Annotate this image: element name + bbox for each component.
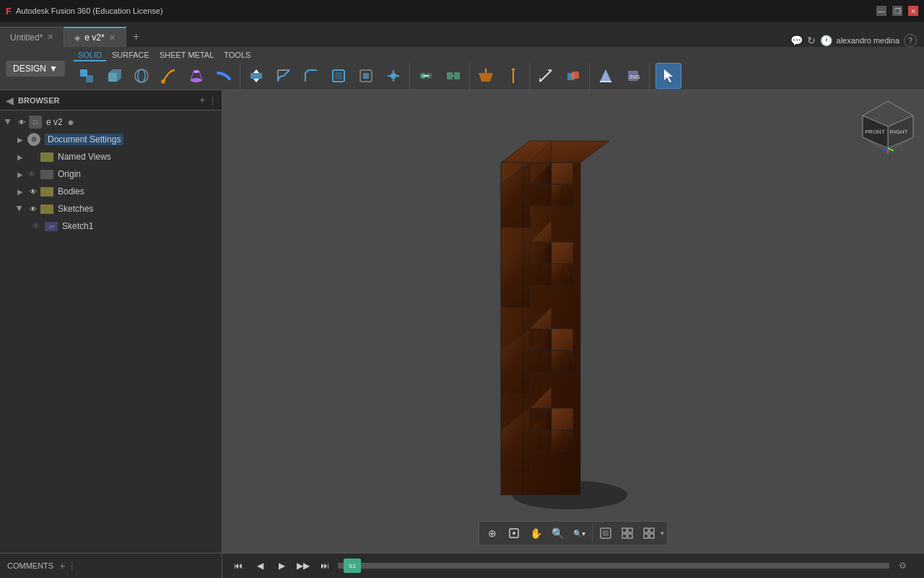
collapse-sidebar-icon[interactable]: ◀ xyxy=(6,95,14,106)
3d-model-svg xyxy=(458,119,689,524)
select-icon[interactable] xyxy=(655,63,681,89)
sketch1-timeline-marker[interactable]: S1 xyxy=(344,558,361,573)
help-icon[interactable]: ? xyxy=(904,34,917,47)
pipe-icon[interactable] xyxy=(211,63,237,89)
chamfer-icon[interactable] xyxy=(298,63,324,89)
sweep-icon[interactable] xyxy=(156,63,182,89)
svg-text:SVG: SVG xyxy=(629,74,640,79)
timeline-next-button[interactable]: ▶▶ xyxy=(295,557,312,574)
arrow-named-views[interactable]: ▶ xyxy=(14,148,26,165)
close-button[interactable]: ✕ xyxy=(908,6,918,16)
timeline-prev-button[interactable]: ◀ xyxy=(251,557,269,574)
history-icon[interactable]: 🕐 xyxy=(820,35,832,46)
tab-surface[interactable]: SURFACE xyxy=(108,50,154,61)
folder-sketches xyxy=(40,204,53,214)
loft-icon[interactable] xyxy=(183,63,209,89)
arrow-root[interactable]: ▶ xyxy=(0,116,17,128)
plane-icon[interactable] xyxy=(473,63,499,89)
tree-root[interactable]: ▶ 👁 □ e v2 ⏺ xyxy=(0,113,222,131)
eye-sketches[interactable]: 👁 xyxy=(27,203,39,215)
design-mode-button[interactable]: DESIGN ▼ xyxy=(6,61,65,77)
snap-icon[interactable] xyxy=(504,523,524,543)
measure-icon[interactable] xyxy=(533,63,559,89)
timeline-track: S1 xyxy=(338,556,889,576)
arrow-origin[interactable]: ▶ xyxy=(14,165,26,183)
comments-add-button[interactable]: + xyxy=(59,560,65,571)
tree-origin[interactable]: ▶ 👁 Origin xyxy=(0,165,222,183)
tab-tools[interactable]: TOOLS xyxy=(219,50,255,61)
bodies-label: Bodies xyxy=(58,186,84,197)
browser-add-button[interactable]: + xyxy=(200,95,205,105)
tab-untitled[interactable]: Untitled* ✕ xyxy=(0,27,64,47)
nav-cube[interactable]: RIGHT FRONT xyxy=(859,98,917,155)
axis-icon[interactable] xyxy=(500,63,526,89)
timeline-play-button[interactable]: ▶ xyxy=(273,557,290,574)
zoom-icon[interactable]: 🔍 xyxy=(547,523,567,543)
svg-rect-86 xyxy=(650,534,654,538)
notifications-icon[interactable]: 💬 xyxy=(790,35,803,46)
pan-icon[interactable]: ✋ xyxy=(526,523,546,543)
press-pull-icon[interactable] xyxy=(243,63,269,89)
browser-divider: | xyxy=(212,95,214,105)
eye-sketch1[interactable]: 👁 xyxy=(32,221,43,231)
viewport-grid-icon[interactable] xyxy=(639,523,659,543)
svg-rect-84 xyxy=(650,528,654,532)
svg-rect-82 xyxy=(628,534,632,538)
rigid-group-icon[interactable] xyxy=(440,63,466,89)
shell-icon[interactable] xyxy=(326,63,352,89)
timeline-end-button[interactable]: ⏭ xyxy=(316,557,334,574)
svg-text:RIGHT: RIGHT xyxy=(890,129,908,135)
grid-view-icon[interactable] xyxy=(617,523,637,543)
minimize-button[interactable]: — xyxy=(876,6,886,16)
online-icon[interactable]: ↻ xyxy=(807,35,816,46)
display-mode-icon[interactable] xyxy=(596,523,616,543)
scale-icon[interactable] xyxy=(353,63,379,89)
eye-bodies[interactable]: 👁 xyxy=(27,186,39,197)
svg-line-29 xyxy=(540,70,552,82)
viewport-grid-dropdown[interactable]: ▾ xyxy=(661,530,664,537)
timeline-start-button[interactable]: ⏮ xyxy=(230,557,247,574)
folder-bodies xyxy=(40,187,53,197)
arrow-doc-settings[interactable]: ▶ xyxy=(14,131,26,148)
comments-label: COMMENTS xyxy=(7,561,53,570)
arrow-bodies[interactable]: ▶ xyxy=(14,183,26,200)
design-dropdown-icon: ▼ xyxy=(49,64,58,74)
move-icon[interactable] xyxy=(380,63,406,89)
grid-snap-icon[interactable]: ⊕ xyxy=(482,523,502,543)
tree-document-settings[interactable]: ▶ ⚙ Document Settings xyxy=(0,131,222,148)
svg-marker-34 xyxy=(600,69,611,82)
extrude-icon[interactable] xyxy=(101,63,127,89)
tab-solid[interactable]: SOLID xyxy=(74,50,106,61)
maximize-button[interactable]: ❐ xyxy=(892,6,902,16)
svg-rect-16 xyxy=(363,73,369,79)
tree-sketch1[interactable]: 👁 ▱ Sketch1 xyxy=(0,217,222,235)
revolve-icon[interactable] xyxy=(128,63,154,89)
fillet-icon[interactable] xyxy=(271,63,297,89)
tab-ev2[interactable]: ◈ e v2* ✕ xyxy=(64,27,126,47)
insert-mesh-icon[interactable] xyxy=(593,63,619,89)
interference-icon[interactable] xyxy=(560,63,586,89)
tree-bodies[interactable]: ▶ 👁 Bodies xyxy=(0,183,222,200)
new-tab-button[interactable]: + xyxy=(126,27,147,47)
insert-svg-icon[interactable]: SVG xyxy=(620,63,646,89)
main-area: ◀ BROWSER + | ▶ 👁 □ e v2 ⏺ ▶ ⚙ Document … xyxy=(0,90,924,553)
tree-sketches[interactable]: ▶ 👁 Sketches xyxy=(0,200,222,217)
tab-close-icon[interactable]: ✕ xyxy=(47,33,53,42)
svg-rect-22 xyxy=(447,72,453,79)
viewport[interactable]: RIGHT FRONT ⊕ ✋ 🔍 🔍▾ xyxy=(222,90,924,553)
joint-icon[interactable] xyxy=(413,63,439,89)
timeline-settings-icon[interactable]: ⚙ xyxy=(894,557,911,574)
zoom-dropdown-icon[interactable]: 🔍▾ xyxy=(569,523,589,543)
toolbar-divider xyxy=(592,525,593,541)
arrow-sketches[interactable]: ▶ xyxy=(12,203,29,215)
nav-cube-svg: RIGHT FRONT xyxy=(859,98,917,155)
tree-named-views[interactable]: ▶ Named Views xyxy=(0,148,222,165)
tab-close-icon[interactable]: ✕ xyxy=(109,33,116,43)
svg-rect-23 xyxy=(454,72,460,79)
eye-origin[interactable]: 👁 xyxy=(27,169,39,179)
tab-sheet-metal[interactable]: SHEET METAL xyxy=(155,50,218,61)
new-component-icon[interactable] xyxy=(74,63,100,89)
svg-point-6 xyxy=(161,79,165,84)
eye-root[interactable]: 👁 xyxy=(16,116,27,128)
svg-point-7 xyxy=(191,78,202,82)
